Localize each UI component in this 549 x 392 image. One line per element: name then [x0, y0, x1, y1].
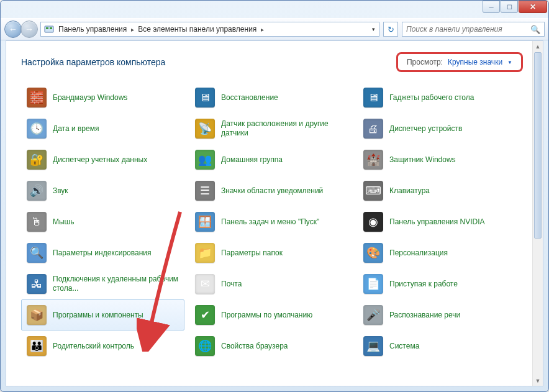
- forward-button[interactable]: →: [20, 21, 38, 38]
- control-panel-item[interactable]: 🔊Звук: [21, 175, 184, 206]
- item-label: Родительский контроль: [53, 342, 134, 351]
- sound-icon: 🔊: [25, 180, 48, 202]
- item-label: Панель задач и меню "Пуск": [221, 217, 319, 227]
- programs-icon: 📦: [25, 304, 48, 326]
- refresh-button[interactable]: ↻: [383, 22, 398, 37]
- control-panel-item[interactable]: 🖥Гаджеты рабочего стола: [358, 82, 521, 113]
- search-input[interactable]: [406, 25, 530, 34]
- items-grid: 🧱Брандмауэр Windows🖥Восстановление🖥Гадже…: [6, 82, 532, 371]
- restore-icon: 🖥: [194, 86, 216, 109]
- chevron-right-icon[interactable]: ▸: [128, 26, 137, 33]
- theme-icon: 🎨: [362, 242, 384, 264]
- folder-icon: 📁: [194, 242, 216, 264]
- item-label: Брандмауэр Windows: [53, 93, 127, 103]
- speech-icon: 🎤: [362, 304, 384, 326]
- item-label: Звук: [53, 186, 68, 196]
- control-panel-item[interactable]: 📦Программы и компоненты: [21, 299, 184, 330]
- control-panel-item[interactable]: 🕓Дата и время: [21, 113, 184, 144]
- control-panel-item[interactable]: 🏰Защитник Windows: [358, 144, 521, 175]
- page-title: Настройка параметров компьютера: [21, 57, 165, 67]
- scroll-thumb[interactable]: [534, 52, 542, 239]
- nav-buttons: ← →: [4, 21, 37, 38]
- close-button[interactable]: ✕: [519, 1, 547, 13]
- control-panel-window: ─ ☐ ✕ ← → Панель управления ▸ Все элемен…: [0, 0, 549, 392]
- device-icon: 🖨: [362, 117, 384, 140]
- control-panel-item[interactable]: 🪟Панель задач и меню "Пуск": [189, 206, 353, 237]
- control-panel-item[interactable]: ✔Программы по умолчанию: [189, 299, 353, 330]
- breadcrumb-child[interactable]: Все элементы панели управления: [137, 25, 258, 34]
- maximize-icon: ☐: [507, 4, 512, 11]
- arrow-right-icon: →: [25, 24, 34, 34]
- item-label: Программы и компоненты: [53, 311, 143, 320]
- control-panel-item[interactable]: 👪Родительский контроль: [21, 330, 184, 362]
- item-label: Клавиатура: [389, 186, 430, 196]
- defender-icon: 🏰: [362, 148, 384, 171]
- scroll-down-icon[interactable]: ▼: [533, 375, 543, 386]
- control-panel-item[interactable]: 📡Датчик расположения и другие датчики: [189, 113, 353, 144]
- view-value[interactable]: Крупные значки: [448, 58, 502, 66]
- search-icon: 🔍: [530, 25, 540, 34]
- refresh-icon: ↻: [388, 25, 394, 34]
- control-panel-item[interactable]: ☰Значки области уведомлений: [189, 175, 353, 206]
- address-dropdown[interactable]: ▾: [368, 26, 379, 32]
- item-label: Панель управления NVIDIA: [389, 217, 485, 227]
- vault-icon: 🔐: [25, 148, 48, 171]
- arrow-left-icon: ←: [9, 24, 17, 34]
- scroll-up-icon[interactable]: ▲: [533, 41, 543, 52]
- item-label: Параметры папок: [221, 248, 283, 258]
- chevron-right-icon[interactable]: ▸: [258, 26, 266, 33]
- control-panel-item[interactable]: ◉Панель управления NVIDIA: [358, 206, 521, 237]
- getstarted-icon: 📄: [362, 273, 384, 295]
- homegroup-icon: 👥: [194, 148, 216, 171]
- minimize-button[interactable]: ─: [483, 1, 500, 13]
- chevron-down-icon[interactable]: ▼: [507, 60, 512, 65]
- item-label: Диспетчер устройств: [389, 124, 462, 134]
- item-label: Персонализация: [389, 248, 448, 258]
- control-panel-item[interactable]: ⌨Клавиатура: [358, 175, 521, 206]
- control-panel-item[interactable]: 🔐Диспетчер учетных данных: [21, 144, 184, 175]
- mouse-icon: 🖱: [25, 211, 48, 233]
- close-icon: ✕: [530, 2, 536, 11]
- item-label: Параметры индексирования: [53, 248, 151, 258]
- control-panel-item[interactable]: 🖨Диспетчер устройств: [358, 113, 521, 144]
- control-panel-item[interactable]: 👥Домашняя группа: [189, 144, 353, 175]
- control-panel-item[interactable]: 📁Параметры папок: [189, 237, 353, 268]
- item-label: Защитник Windows: [389, 155, 456, 165]
- view-selector: Просмотр: Крупные значки ▼: [396, 52, 523, 72]
- search-box[interactable]: 🔍: [402, 22, 545, 37]
- control-panel-item[interactable]: 🖥Восстановление: [189, 82, 353, 113]
- control-panel-item[interactable]: 📄Приступая к работе: [358, 268, 521, 299]
- item-label: Мышь: [53, 217, 75, 227]
- item-label: Датчик расположения и другие датчики: [221, 119, 348, 138]
- svg-rect-1: [46, 27, 48, 29]
- shield-icon: 🧱: [25, 86, 48, 109]
- scrollbar[interactable]: ▲ ▼: [532, 41, 543, 386]
- view-label: Просмотр:: [407, 58, 443, 66]
- gadget-icon: 🖥: [362, 86, 384, 109]
- control-panel-item[interactable]: 🖧Подключения к удаленным рабочим стола..…: [21, 268, 184, 299]
- address-bar[interactable]: Панель управления ▸ Все элементы панели …: [40, 22, 379, 37]
- item-label: Система: [389, 342, 419, 351]
- back-button[interactable]: ←: [4, 21, 22, 38]
- maximize-button[interactable]: ☐: [501, 1, 518, 13]
- remote-icon: 🖧: [25, 273, 48, 295]
- item-label: Диспетчер учетных данных: [53, 155, 147, 165]
- item-label: Почта: [221, 280, 242, 289]
- svg-rect-2: [50, 27, 52, 29]
- control-panel-item[interactable]: 🧱Брандмауэр Windows: [21, 82, 184, 113]
- control-panel-item[interactable]: 🖱Мышь: [21, 206, 184, 237]
- keyboard-icon: ⌨: [362, 180, 384, 202]
- control-panel-item[interactable]: 🎤Распознавание речи: [358, 299, 521, 330]
- item-label: Восстановление: [221, 93, 278, 103]
- nvidia-icon: ◉: [362, 211, 384, 233]
- breadcrumb-root[interactable]: Панель управления: [57, 25, 128, 34]
- control-panel-item[interactable]: 🎨Персонализация: [358, 237, 521, 268]
- control-panel-item[interactable]: 🔍Параметры индексирования: [21, 237, 184, 268]
- item-label: Гаджеты рабочего стола: [389, 93, 474, 103]
- system-icon: 💻: [362, 335, 384, 357]
- control-panel-icon: [43, 24, 55, 35]
- control-panel-item[interactable]: ✉Почта: [189, 268, 353, 299]
- content-area: Настройка параметров компьютера Просмотр…: [6, 40, 543, 386]
- control-panel-item[interactable]: 💻Система: [358, 330, 521, 362]
- control-panel-item[interactable]: 🌐Свойства браузера: [189, 330, 353, 362]
